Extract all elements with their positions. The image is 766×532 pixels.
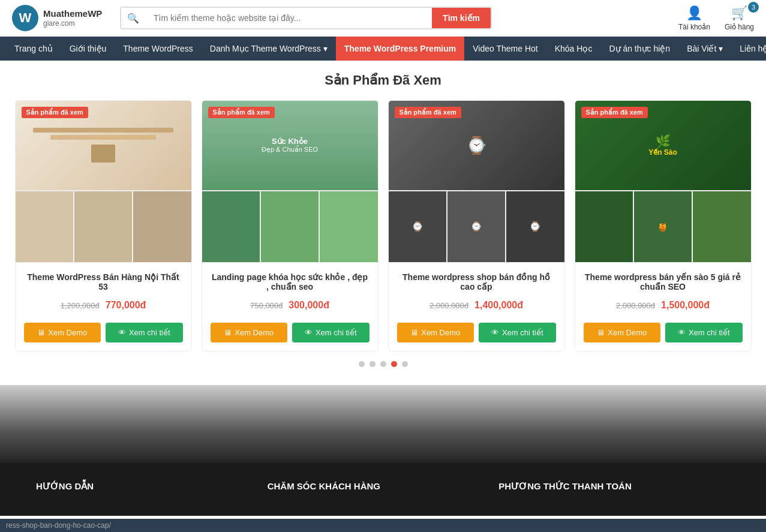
footer-col-thanh-toan: PHƯƠNG THỨC THANH TOÁN — [498, 481, 730, 498]
nav-video-theme-hot[interactable]: Video Theme Hot — [464, 37, 546, 61]
cart-label: Giỏ hàng — [725, 23, 754, 31]
search-bar: 🔍 Tìm kiếm — [120, 7, 492, 29]
nav-khoa-hoc[interactable]: Khóa Học — [546, 37, 601, 61]
eye-icon-4: 👁 — [678, 328, 686, 337]
price-old-4: 2,000,000đ — [616, 301, 655, 310]
viewed-products-section: Sản Phẩm Đã Xem Sản phẩm đã xem — [0, 61, 766, 385]
dot-5[interactable] — [402, 361, 408, 367]
product-info-3: Theme wordpress shop bán đồng hồ cao cấp… — [389, 263, 564, 323]
product-prices-4: 2,000,000đ 1,500,000đ — [584, 300, 743, 311]
detail-button-2[interactable]: 👁 Xem chi tiết — [292, 323, 370, 342]
product-info-4: Theme wordpress bán yến sào 5 giá rẻ chu… — [575, 263, 751, 323]
product-actions-3: 🖥 Xem Demo 👁 Xem chi tiết — [389, 323, 564, 351]
product-info-2: Landing page khóa học sức khỏe , đẹp , c… — [202, 263, 378, 323]
nav-gioi-thieu[interactable]: Giới thiệu — [61, 37, 115, 61]
products-grid: Sản phẩm đã xem — [10, 100, 756, 351]
dot-2[interactable] — [370, 361, 376, 367]
nav-lien-he[interactable]: Liên hệ — [731, 37, 766, 61]
demo-button-2[interactable]: 🖥 Xem Demo — [211, 323, 288, 342]
nav-trang-chu[interactable]: Trang chủ — [6, 37, 61, 61]
product-badge-1: Sản phẩm đã xem — [22, 107, 88, 118]
price-old-1: 1,200,000đ — [61, 301, 100, 310]
product-image-1 — [16, 101, 191, 263]
eye-icon: 👁 — [118, 328, 126, 337]
account-label: Tài khoản — [678, 23, 710, 31]
detail-button-1[interactable]: 👁 Xem chi tiết — [106, 323, 183, 342]
footer-col-huong-dan-title: HƯỚNG DẪN — [36, 481, 268, 492]
demo-button-4[interactable]: 🖥 Xem Demo — [584, 323, 661, 342]
detail-button-3[interactable]: 👁 Xem chi tiết — [479, 323, 556, 342]
product-actions-1: 🖥 Xem Demo 👁 Xem chi tiết — [16, 323, 191, 351]
footer-col-cham-soc: CHĂM SÓC KHÁCH HÀNG — [268, 481, 499, 498]
cart-badge: 3 — [748, 2, 759, 13]
product-image-2: Sức Khỏe Đẹp & Chuẩn SEO — [202, 101, 378, 263]
product-name-4: Theme wordpress bán yến sào 5 giá rẻ chu… — [584, 270, 743, 294]
footer-col-thanh-toan-title: PHƯƠNG THỨC THANH TOÁN — [498, 481, 730, 492]
search-input[interactable] — [145, 8, 432, 28]
logo-brand: MuathemeWP — [43, 8, 102, 19]
logo[interactable]: W MuathemeWP giare.com — [12, 5, 108, 31]
price-old-3: 2,000,000đ — [429, 301, 468, 310]
search-button[interactable]: Tìm kiếm — [432, 8, 491, 28]
price-new-4: 1,500,000đ — [661, 300, 710, 311]
logo-text: MuathemeWP giare.com — [43, 8, 102, 28]
price-new-2: 300,000đ — [289, 300, 329, 311]
logo-sub: giare.com — [43, 19, 102, 28]
nav-theme-premium[interactable]: Theme WordPress Premium — [336, 37, 464, 61]
product-image-3: ⌚ ⌚ ⌚ ⌚ — [389, 101, 564, 263]
product-badge-2: Sản phẩm đã xem — [208, 107, 275, 118]
monitor-icon-3: 🖥 — [410, 328, 418, 337]
section-title: Sản Phẩm Đã Xem — [10, 73, 756, 88]
monitor-icon-4: 🖥 — [597, 328, 605, 337]
product-actions-4: 🖥 Xem Demo 👁 Xem chi tiết — [575, 323, 751, 351]
dot-1[interactable] — [359, 361, 365, 367]
product-info-1: Theme WordPress Bán Hàng Nội Thất 53 1,2… — [16, 263, 191, 323]
monitor-icon-2: 🖥 — [224, 328, 232, 337]
cart-button[interactable]: 🛒 3 Giỏ hàng — [725, 5, 754, 31]
search-icon: 🔍 — [121, 13, 145, 24]
main-nav: Trang chủ Giới thiệu Theme WordPress Dan… — [0, 37, 766, 61]
product-actions-2: 🖥 Xem Demo 👁 Xem chi tiết — [202, 323, 378, 351]
product-card-2: Sản phẩm đã xem Sức Khỏe Đẹp & Chuẩn SEO — [202, 100, 379, 351]
product-badge-3: Sản phẩm đã xem — [395, 107, 461, 118]
product-card-3: Sản phẩm đã xem ⌚ ⌚ ⌚ ⌚ Theme wor — [388, 100, 565, 351]
cart-icon: 🛒 — [731, 5, 747, 21]
footer-col-cham-soc-title: CHĂM SÓC KHÁCH HÀNG — [268, 481, 499, 491]
product-badge-4: Sản phẩm đã xem — [581, 107, 648, 118]
product-image-4: 🌿 Yến Sào 🍯 — [575, 101, 751, 263]
header: W MuathemeWP giare.com 🔍 Tìm kiếm 👤 Tài … — [0, 0, 766, 37]
footer-dark: HƯỚNG DẪN CHĂM SÓC KHÁCH HÀNG PHƯƠNG THỨ… — [0, 463, 766, 516]
nav-du-an[interactable]: Dự án thực hiện — [600, 37, 678, 61]
product-card-4: Sản phẩm đã xem 🌿 Yến Sào 🍯 — [575, 100, 752, 351]
footer-col-huong-dan: HƯỚNG DẪN — [36, 481, 268, 498]
price-old-2: 750,000đ — [250, 301, 283, 310]
eye-icon-2: 👁 — [305, 328, 313, 337]
product-name-1: Theme WordPress Bán Hàng Nội Thất 53 — [24, 270, 183, 294]
product-name-2: Landing page khóa học sức khỏe , đẹp , c… — [211, 270, 370, 294]
carousel-dots — [10, 361, 756, 367]
demo-button-3[interactable]: 🖥 Xem Demo — [397, 323, 474, 342]
price-new-1: 770,000đ — [106, 300, 146, 311]
footer-gray-area — [0, 385, 766, 463]
product-prices-2: 750,000đ 300,000đ — [211, 300, 370, 311]
nav-theme-wordpress[interactable]: Theme WordPress — [115, 37, 201, 61]
account-icon: 👤 — [686, 5, 702, 21]
product-prices-1: 1,200,000đ 770,000đ — [24, 300, 183, 311]
header-right: 👤 Tài khoản 🛒 3 Giỏ hàng — [678, 5, 754, 31]
demo-button-1[interactable]: 🖥 Xem Demo — [24, 323, 101, 342]
nav-danh-muc[interactable]: Danh Mục Theme WordPress ▾ — [202, 37, 336, 61]
logo-icon: W — [12, 5, 38, 31]
eye-icon-3: 👁 — [491, 328, 499, 337]
product-card-1: Sản phẩm đã xem — [15, 100, 192, 351]
nav-bai-viet[interactable]: Bài Viết ▾ — [678, 37, 731, 61]
dot-3[interactable] — [380, 361, 386, 367]
monitor-icon: 🖥 — [37, 328, 45, 337]
price-new-3: 1,400,000đ — [474, 300, 523, 311]
product-name-3: Theme wordpress shop bán đồng hồ cao cấp — [397, 270, 556, 294]
product-prices-3: 2,000,000đ 1,400,000đ — [397, 300, 556, 311]
account-button[interactable]: 👤 Tài khoản — [678, 5, 710, 31]
detail-button-4[interactable]: 👁 Xem chi tiết — [665, 323, 743, 342]
dot-4[interactable] — [391, 361, 397, 367]
